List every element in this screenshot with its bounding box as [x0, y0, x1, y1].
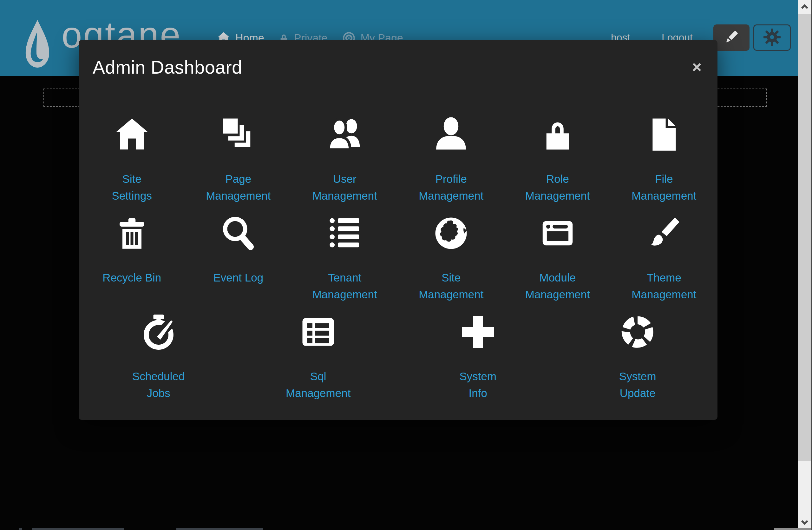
scrollbar[interactable]: [798, 0, 811, 530]
admin-tile-label: ModuleManagement: [525, 269, 590, 303]
app-window: oqtane Home Private: [0, 0, 812, 530]
admin-tile-theme-management[interactable]: ThemeManagement: [611, 210, 717, 308]
droplet-icon: [23, 19, 52, 74]
admin-tile-event-log[interactable]: Event Log: [185, 210, 292, 308]
admin-tile-scheduled-jobs[interactable]: ScheduledJobs: [79, 308, 238, 407]
admin-tile-label: SiteManagement: [419, 269, 483, 303]
chevron-up-icon: [799, 2, 810, 12]
timer-icon: [140, 308, 178, 356]
admin-tile-label: SystemInfo: [459, 368, 496, 401]
admin-tile-label: Event Log: [213, 269, 263, 286]
admin-tile-label: Recycle Bin: [102, 269, 161, 286]
admin-tile-system-info[interactable]: SystemInfo: [398, 308, 558, 407]
globe-icon: [432, 210, 470, 257]
aperture-icon: [619, 308, 656, 356]
magnifying-glass-icon: [219, 210, 257, 257]
admin-tile-grid: SiteSettings PageManagement UserManageme…: [79, 94, 717, 407]
admin-tile-label: ThemeManagement: [632, 269, 696, 303]
settings-button[interactable]: [753, 25, 791, 51]
file-icon: [645, 111, 683, 158]
people-icon: [326, 111, 364, 158]
edit-mode-button[interactable]: [713, 25, 750, 51]
close-icon[interactable]: ×: [690, 59, 704, 75]
admin-tile-tenant-management[interactable]: TenantManagement: [291, 210, 398, 308]
admin-dashboard-modal: Admin Dashboard × SiteSettings PageManag…: [79, 40, 717, 420]
modal-title: Admin Dashboard: [92, 57, 242, 78]
admin-tile-label: PageManagement: [206, 170, 271, 204]
admin-tile-role-management[interactable]: RoleManagement: [504, 111, 611, 210]
chevron-down-icon: [799, 518, 810, 528]
admin-tile-label: UserManagement: [313, 170, 377, 204]
admin-tile-label: ScheduledJobs: [132, 368, 185, 401]
scrollbar-thumb[interactable]: [798, 14, 811, 461]
medical-cross-icon: [459, 308, 497, 356]
window-right-edge: [811, 0, 812, 530]
admin-tile-label: TenantManagement: [313, 269, 377, 303]
spreadsheet-icon: [299, 308, 337, 356]
admin-tile-site-settings[interactable]: SiteSettings: [79, 111, 185, 210]
admin-tile-file-management[interactable]: FileManagement: [611, 111, 717, 210]
admin-tile-system-update[interactable]: SystemUpdate: [558, 308, 718, 407]
admin-tile-page-management[interactable]: PageManagement: [185, 111, 292, 210]
brush-icon: [645, 210, 683, 257]
admin-tile-profile-management[interactable]: ProfileManagement: [398, 111, 505, 210]
clipped-text-artifact: [32, 528, 124, 530]
admin-tile-label: SqlManagement: [286, 368, 350, 401]
admin-tile-label: RoleManagement: [525, 170, 590, 204]
admin-tile-module-management[interactable]: ModuleManagement: [504, 210, 611, 308]
layers-icon: [219, 111, 257, 158]
browser-icon: [539, 210, 577, 257]
admin-tile-sql-management[interactable]: SqlManagement: [238, 308, 398, 407]
trash-icon: [113, 210, 151, 257]
clipped-text-artifact: [176, 528, 263, 530]
lock-icon: [539, 111, 577, 158]
window-bottom-edge: [774, 528, 812, 530]
list-icon: [326, 210, 364, 257]
clipped-text-artifact: [19, 528, 22, 530]
modal-header: Admin Dashboard ×: [79, 40, 717, 94]
admin-tile-user-management[interactable]: UserManagement: [291, 111, 398, 210]
admin-tile-label: FileManagement: [632, 170, 696, 204]
admin-tile-recycle-bin[interactable]: Recycle Bin: [79, 210, 185, 308]
gear-icon: [763, 28, 782, 47]
admin-tile-site-management[interactable]: SiteManagement: [398, 210, 505, 308]
person-icon: [432, 111, 470, 158]
pencil-icon: [722, 28, 741, 47]
admin-tile-label: SiteSettings: [112, 170, 152, 204]
home-icon: [113, 111, 151, 158]
admin-tile-label: SystemUpdate: [619, 368, 656, 401]
scroll-up-button[interactable]: [798, 0, 811, 14]
admin-tile-label: ProfileManagement: [419, 170, 483, 204]
